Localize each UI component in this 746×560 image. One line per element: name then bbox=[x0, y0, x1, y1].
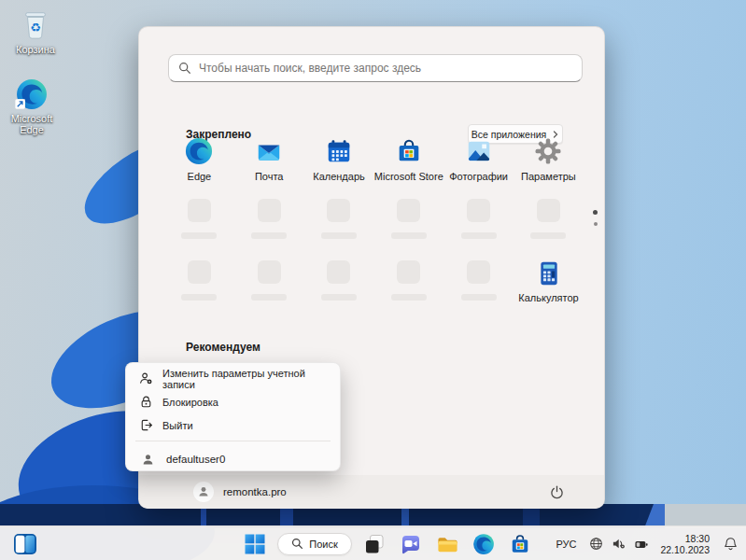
app-label: Microsoft Store bbox=[374, 171, 443, 182]
notification-bell-icon[interactable] bbox=[721, 534, 740, 553]
settings-gear-icon bbox=[534, 137, 562, 165]
start-search-input[interactable] bbox=[199, 62, 572, 75]
placeholder-icon bbox=[327, 260, 350, 284]
start-menu-footer: remontka.pro bbox=[139, 475, 604, 509]
page-dot[interactable] bbox=[594, 222, 598, 226]
user-icon bbox=[141, 453, 155, 467]
page-dot-active[interactable] bbox=[593, 210, 598, 215]
start-search-box[interactable] bbox=[168, 54, 583, 82]
menu-item-lock[interactable]: Блокировка bbox=[126, 390, 340, 413]
microsoft-store-icon bbox=[395, 137, 423, 165]
mail-icon bbox=[255, 137, 283, 165]
pinned-app-edge[interactable]: Edge bbox=[164, 137, 234, 182]
menu-item-change-account-settings[interactable]: Изменить параметры учетной записи bbox=[126, 367, 340, 390]
pinned-app-store[interactable]: Microsoft Store bbox=[373, 137, 443, 182]
menu-item-label: Блокировка bbox=[162, 397, 218, 408]
recycle-bin-icon: ♻ bbox=[20, 7, 51, 41]
placeholder-icon bbox=[397, 199, 420, 222]
pinned-app-settings[interactable]: Параметры bbox=[514, 137, 584, 182]
widgets-icon bbox=[13, 533, 37, 555]
widgets-button[interactable] bbox=[9, 531, 41, 556]
lock-icon bbox=[139, 395, 153, 409]
store-taskbar-button[interactable] bbox=[506, 531, 534, 556]
app-label: Почта bbox=[255, 171, 284, 182]
menu-item-sign-out[interactable]: Выйти bbox=[126, 413, 340, 437]
language-indicator[interactable]: РУС bbox=[551, 535, 581, 553]
task-view-button[interactable] bbox=[360, 531, 388, 556]
taskbar-search-button[interactable]: Поиск bbox=[277, 533, 352, 555]
task-view-icon bbox=[363, 533, 386, 555]
user-avatar bbox=[193, 482, 214, 502]
network-globe-icon[interactable] bbox=[589, 537, 603, 551]
placeholder-icon bbox=[188, 199, 211, 222]
tray-time: 18:30 bbox=[660, 533, 710, 544]
placeholder-label bbox=[391, 294, 427, 301]
pinned-placeholder-tile bbox=[373, 199, 443, 239]
system-tray: РУС bbox=[551, 526, 740, 560]
pinned-app-mail[interactable]: Почта bbox=[234, 137, 304, 182]
placeholder-icon bbox=[258, 199, 281, 222]
pinned-placeholder-tile bbox=[304, 199, 374, 239]
edge-desktop-icon[interactable]: Microsoft Edge bbox=[2, 78, 62, 135]
chat-button[interactable] bbox=[397, 531, 425, 556]
recommended-section-header: Рекомендуем bbox=[186, 341, 260, 354]
menu-item-label: Изменить параметры учетной записи bbox=[162, 368, 340, 390]
pinned-placeholder-row bbox=[164, 199, 584, 239]
shortcut-arrow-badge bbox=[15, 99, 25, 109]
pinned-placeholder-tile bbox=[234, 260, 304, 301]
pinned-placeholder-tile bbox=[164, 260, 234, 301]
windows-logo-icon bbox=[244, 533, 266, 555]
chat-icon bbox=[400, 533, 422, 555]
recycle-bin-label: Корзина bbox=[16, 44, 55, 55]
tray-date: 22.10.2023 bbox=[660, 544, 710, 555]
calendar-icon bbox=[325, 137, 353, 165]
power-button[interactable] bbox=[544, 480, 569, 504]
current-user-button[interactable]: remontka.pro bbox=[190, 479, 294, 505]
volume-icon[interactable] bbox=[612, 537, 626, 551]
svg-text:♻: ♻ bbox=[30, 21, 41, 35]
pinned-placeholder-tile bbox=[443, 260, 514, 301]
microsoft-store-icon bbox=[509, 533, 531, 555]
pinned-page-dots[interactable] bbox=[593, 210, 598, 226]
placeholder-label bbox=[181, 294, 217, 301]
placeholder-icon bbox=[258, 260, 281, 284]
placeholder-label bbox=[391, 232, 427, 239]
battery-icon[interactable] bbox=[634, 538, 649, 551]
pinned-placeholder-tile bbox=[373, 260, 443, 301]
pinned-placeholder-tile bbox=[304, 260, 374, 301]
pinned-app-photos[interactable]: Фотографии bbox=[443, 137, 514, 182]
pinned-placeholder-tile bbox=[514, 199, 584, 239]
clock[interactable]: 18:30 22.10.2023 bbox=[657, 531, 712, 557]
placeholder-label bbox=[181, 232, 217, 239]
edge-icon bbox=[472, 533, 495, 555]
pinned-placeholder-tile bbox=[443, 199, 514, 239]
placeholder-label bbox=[251, 294, 287, 301]
edge-taskbar-button[interactable] bbox=[470, 531, 498, 556]
sign-out-icon bbox=[139, 418, 153, 432]
placeholder-label bbox=[321, 294, 357, 301]
current-user-name: remontka.pro bbox=[223, 486, 287, 497]
menu-item-defaultuser0[interactable]: defaultuser0 bbox=[126, 446, 340, 472]
file-explorer-icon bbox=[436, 533, 459, 555]
photos-icon bbox=[465, 137, 493, 165]
user-gear-icon bbox=[139, 371, 153, 385]
placeholder-icon bbox=[188, 260, 211, 284]
pinned-placeholder-tile bbox=[164, 199, 234, 239]
taskbar-center: Поиск bbox=[241, 531, 534, 556]
placeholder-icon bbox=[537, 199, 560, 222]
pinned-app-calendar[interactable]: Календарь bbox=[304, 137, 374, 182]
app-label: Параметры bbox=[521, 171, 576, 182]
menu-separator bbox=[135, 441, 331, 441]
calculator-icon bbox=[537, 260, 561, 287]
edge-desktop-label: Microsoft Edge bbox=[7, 113, 57, 135]
menu-item-label: Выйти bbox=[162, 420, 193, 431]
file-explorer-button[interactable] bbox=[433, 531, 461, 556]
pinned-app-calculator[interactable]: Калькулятор bbox=[514, 260, 584, 303]
search-icon bbox=[291, 538, 303, 550]
recycle-bin-desktop-icon[interactable]: ♻ Корзина bbox=[6, 7, 65, 55]
start-button[interactable] bbox=[241, 531, 269, 556]
app-label: Календарь bbox=[313, 171, 365, 182]
placeholder-label bbox=[461, 294, 497, 301]
placeholder-icon bbox=[467, 199, 490, 222]
placeholder-icon bbox=[327, 199, 350, 222]
